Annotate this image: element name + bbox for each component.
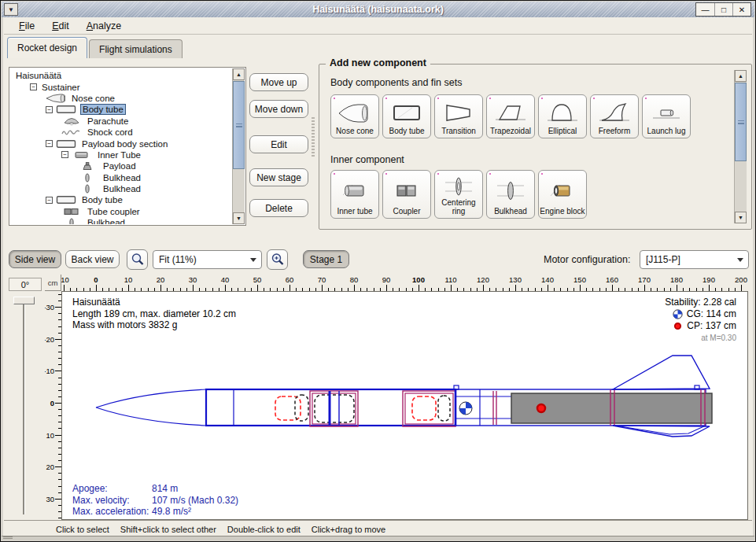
- component-button-label: Launch lug: [647, 127, 686, 136]
- status-hint: Shift+click to select other: [120, 525, 216, 534]
- tree-item-haisun-t[interactable]: Haisunäätä: [10, 70, 232, 81]
- rotation-slider-handle[interactable]: [13, 297, 35, 304]
- add-trapezoidal-button[interactable]: Trapezoidal: [486, 94, 535, 138]
- ruler-tick: [677, 285, 677, 291]
- maximize-button[interactable]: □: [714, 3, 732, 16]
- ruler-label: 90: [382, 275, 391, 284]
- tree-item-tube-coupler[interactable]: Tube coupler: [10, 206, 232, 217]
- motor-configuration-combo[interactable]: [J115-P]: [640, 250, 749, 269]
- component-panel-scrollbar[interactable]: ▲ ▼: [734, 70, 747, 223]
- shock-cord-outline: [295, 395, 308, 421]
- tabbar: Rocket design Flight simulations: [4, 35, 752, 58]
- add-centering-ring-button[interactable]: Centering ring: [434, 170, 483, 219]
- tree-item-payload-body-section[interactable]: −Payload body section: [10, 138, 232, 149]
- chevron-down-icon: [732, 258, 748, 262]
- parachute-icon: [61, 116, 82, 126]
- component-button-label: Centering ring: [436, 199, 481, 216]
- max-velocity-value: 107 m/s (Mach 0.32): [152, 495, 238, 506]
- zoom-level-value: Fit (11%): [153, 254, 245, 265]
- component-button-label: Trapezoidal: [490, 127, 531, 136]
- move-down-button[interactable]: Move down: [249, 100, 308, 118]
- add-transition-button[interactable]: Transition: [434, 94, 483, 138]
- add-launch-lug-button[interactable]: Launch lug: [642, 94, 691, 138]
- collapse-icon[interactable]: −: [30, 83, 37, 90]
- add-nose-cone-button[interactable]: Nose cone: [330, 94, 379, 138]
- tree-item-parachute[interactable]: Parachute: [10, 116, 232, 127]
- tree-item-inner-tube[interactable]: −Inner Tube: [10, 149, 232, 160]
- close-button[interactable]: ✕: [732, 3, 750, 16]
- tree-item-bulkhead[interactable]: Bulkhead: [10, 172, 232, 183]
- new-stage-button[interactable]: New stage: [249, 168, 308, 186]
- rotation-slider-track[interactable]: [23, 297, 25, 514]
- collapse-icon[interactable]: −: [46, 197, 53, 204]
- add-elliptical-button[interactable]: Elliptical: [538, 94, 587, 138]
- delete-button[interactable]: Delete: [249, 199, 308, 217]
- tree-item-nose-cone[interactable]: Nose cone: [10, 93, 232, 104]
- vertical-splitter[interactable]: [312, 117, 315, 158]
- collapse-icon[interactable]: −: [46, 106, 53, 113]
- add-coupler-button[interactable]: Coupler: [382, 170, 431, 219]
- minimize-button[interactable]: —: [696, 3, 714, 16]
- collapse-icon[interactable]: −: [61, 151, 68, 158]
- tree-scrollbar[interactable]: ▲ ▼: [232, 68, 245, 224]
- tree-item-body-tube[interactable]: −Body tube: [10, 194, 232, 205]
- edit-button[interactable]: Edit: [249, 135, 308, 153]
- ruler-tick: [257, 285, 258, 291]
- tree-item-shock-cord[interactable]: Shock cord: [10, 127, 232, 138]
- ruler-label: 190: [703, 275, 715, 284]
- zoom-in-button[interactable]: [267, 249, 288, 270]
- payload-outline: [315, 395, 354, 422]
- rocket-mass: Mass with motors 3832 g: [72, 319, 236, 331]
- scroll-up-icon[interactable]: ▲: [233, 68, 245, 80]
- add-body-tube-button[interactable]: Body tube: [382, 94, 431, 138]
- tree-item-label: Payload: [101, 161, 138, 171]
- ruler-label: 20: [46, 463, 54, 471]
- component-button-label: Transition: [441, 127, 476, 136]
- maximize-icon: □: [721, 6, 726, 14]
- add-inner-tube-button[interactable]: Inner tube: [330, 170, 379, 219]
- ruler-tick: [612, 285, 613, 291]
- cg-marker: [459, 402, 472, 415]
- tree-scrollbar-thumb[interactable]: [233, 81, 245, 169]
- parachute-outline: [412, 396, 436, 420]
- tree-item-label: Parachute: [86, 116, 130, 126]
- ruler-label: 100: [412, 275, 425, 284]
- scroll-down-icon[interactable]: ▼: [233, 212, 245, 224]
- menu-file[interactable]: File: [12, 19, 42, 33]
- tree-item-body-tube[interactable]: −Body tube: [10, 104, 232, 115]
- tab-rocket-design[interactable]: Rocket design: [7, 37, 87, 58]
- ruler-vertical: -30-20-100102030: [45, 291, 61, 520]
- magnifier-plus-icon: [271, 253, 285, 267]
- ruler-label: 40: [221, 275, 230, 284]
- menu-analyze[interactable]: Analyze: [79, 19, 128, 33]
- ruler-tick: [55, 435, 61, 436]
- tree-item-bulkhead[interactable]: Bulkhead: [10, 217, 232, 224]
- rocket-canvas[interactable]: Haisunäätä Length 189 cm, max. diameter …: [61, 291, 748, 520]
- ruler-tick: [451, 285, 452, 291]
- tree-item-sustainer[interactable]: −Sustainer: [10, 81, 232, 92]
- tab-flight-simulations[interactable]: Flight simulations: [89, 39, 183, 58]
- mach-note: at M=0.30: [665, 332, 736, 344]
- add-engine-block-button[interactable]: Engine block: [538, 170, 587, 219]
- stage-1-toggle[interactable]: Stage 1: [303, 250, 349, 268]
- side-view-button[interactable]: Side view: [9, 250, 61, 268]
- scroll-up-icon[interactable]: ▲: [735, 70, 747, 82]
- add-bulkhead-button[interactable]: Bulkhead: [486, 170, 535, 219]
- ruler-tick: [55, 307, 61, 308]
- zoom-level-combo[interactable]: Fit (11%): [153, 250, 262, 269]
- zoom-out-button[interactable]: [127, 249, 148, 270]
- move-up-button[interactable]: Move up: [249, 73, 308, 91]
- ruler-label: 180: [670, 275, 683, 284]
- collapse-icon[interactable]: −: [46, 140, 53, 147]
- menu-edit[interactable]: Edit: [45, 19, 76, 33]
- component-scrollbar-thumb[interactable]: [735, 83, 747, 161]
- tree-item-payload[interactable]: Payload: [10, 160, 232, 171]
- resize-grip[interactable]: [3, 536, 13, 540]
- back-view-button[interactable]: Back view: [65, 250, 120, 268]
- ruler-label: 70: [318, 275, 326, 284]
- scroll-down-icon[interactable]: ▼: [735, 212, 747, 223]
- system-menu-button[interactable]: ▼: [4, 3, 18, 16]
- body-components-label: Body components and fin sets: [330, 77, 462, 88]
- add-freeform-button[interactable]: Freeform: [590, 94, 639, 138]
- tree-item-bulkhead[interactable]: Bulkhead: [10, 183, 232, 194]
